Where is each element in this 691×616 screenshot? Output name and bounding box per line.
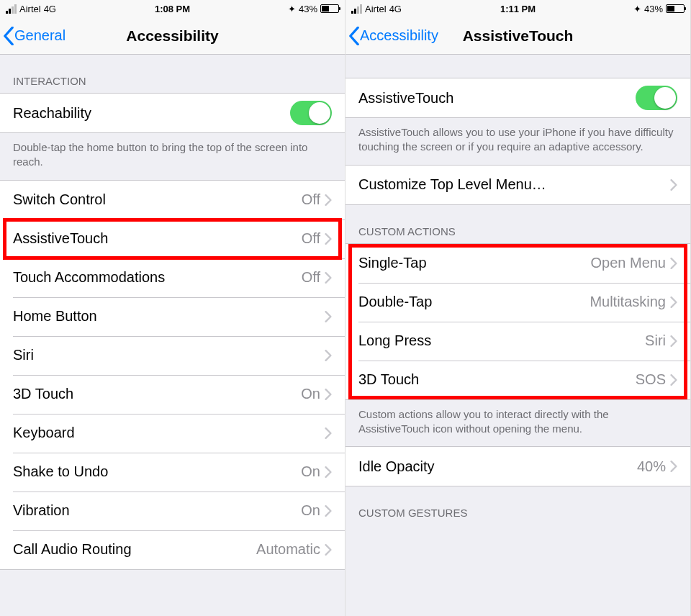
chevron-right-icon [325,466,332,478]
idle-opacity-group: Idle Opacity 40% [346,446,690,486]
row-shake-to-undo[interactable]: Shake to Undo On [0,453,345,492]
status-right: ✦ 43% [288,4,339,14]
row-3d-touch-action[interactable]: 3D Touch SOS [346,361,690,399]
reachability-cell[interactable]: Reachability [0,94,345,132]
status-bar: Airtel 4G 1:08 PM ✦ 43% [0,0,345,17]
row-touch-accommodations[interactable]: Touch Accommodations Off [0,258,345,297]
chevron-right-icon [670,335,677,347]
assistivetouch-toggle-group: AssistiveTouch [346,78,690,118]
bluetooth-icon: ✦ [288,4,296,14]
chevron-right-icon [325,427,332,439]
custom-actions-group: Single-Tap Open Menu Double-Tap Multitas… [346,243,690,400]
settings-content: AssistiveTouch AssistiveTouch allows you… [346,55,690,616]
chevron-right-icon [670,179,677,191]
assistivetouch-cell[interactable]: AssistiveTouch [346,78,690,117]
chevron-right-icon [670,258,677,269]
chevron-right-icon [670,296,677,308]
row-3d-touch[interactable]: 3D Touch On [0,375,345,414]
chevron-right-icon [325,194,332,206]
nav-bar: General Accessibility [0,17,345,55]
chevron-right-icon [325,350,332,361]
assistivetouch-label: AssistiveTouch [358,90,636,107]
row-siri[interactable]: Siri [0,336,345,375]
reachability-toggle[interactable] [290,101,332,125]
battery-pct: 43% [644,4,663,14]
chevron-right-icon [325,311,332,322]
assistivetouch-footer: AssistiveTouch allows you to use your iP… [346,118,690,165]
row-double-tap[interactable]: Double-Tap Multitasking [346,283,690,322]
row-assistivetouch[interactable]: AssistiveTouch Off [0,219,345,258]
row-switch-control[interactable]: Switch Control Off [0,181,345,219]
assistivetouch-toggle[interactable] [636,86,677,110]
chevron-right-icon [325,233,332,245]
status-bar: Airtel 4G 1:11 PM ✦ 43% [346,0,690,17]
screen-accessibility: Airtel 4G 1:08 PM ✦ 43% General Accessib… [0,0,346,616]
reachability-group: Reachability [0,93,345,133]
row-keyboard[interactable]: Keyboard [0,414,345,453]
section-header-custom-gestures: CUSTOM GESTURES [346,486,690,525]
row-home-button[interactable]: Home Button [0,297,345,336]
custom-actions-footer: Custom actions allow you to interact dir… [346,400,690,447]
chevron-right-icon [325,389,332,400]
battery-icon [666,4,685,13]
row-call-audio-routing[interactable]: Call Audio Routing Automatic [0,530,345,569]
nav-bar: Accessibility AssistiveTouch [346,17,690,55]
screen-assistivetouch: Airtel 4G 1:11 PM ✦ 43% Accessibility As… [346,0,691,616]
bluetooth-icon: ✦ [633,4,641,14]
chevron-right-icon [325,544,332,556]
row-long-press[interactable]: Long Press Siri [346,322,690,361]
nav-title: AssistiveTouch [346,27,690,45]
status-right: ✦ 43% [633,4,685,14]
chevron-right-icon [670,461,677,472]
row-vibration[interactable]: Vibration On [0,492,345,530]
battery-pct: 43% [299,4,317,14]
row-customize-top-level-menu[interactable]: Customize Top Level Menu… [346,166,690,204]
chevron-right-icon [670,374,677,386]
section-header-custom-actions: CUSTOM ACTIONS [346,205,690,243]
row-single-tap[interactable]: Single-Tap Open Menu [346,244,690,283]
chevron-right-icon [325,272,332,284]
reachability-footer: Double-tap the home button to bring the … [0,133,345,180]
chevron-right-icon [325,505,332,517]
reachability-label: Reachability [13,105,290,122]
battery-icon [320,4,339,13]
nav-title: Accessibility [0,27,345,45]
interaction-rows: Switch Control Off AssistiveTouch Off To… [0,180,345,570]
section-header-interaction: INTERACTION [0,55,345,93]
settings-content: INTERACTION Reachability Double-tap the … [0,55,345,616]
customize-group: Customize Top Level Menu… [346,165,690,205]
row-idle-opacity[interactable]: Idle Opacity 40% [346,447,690,486]
